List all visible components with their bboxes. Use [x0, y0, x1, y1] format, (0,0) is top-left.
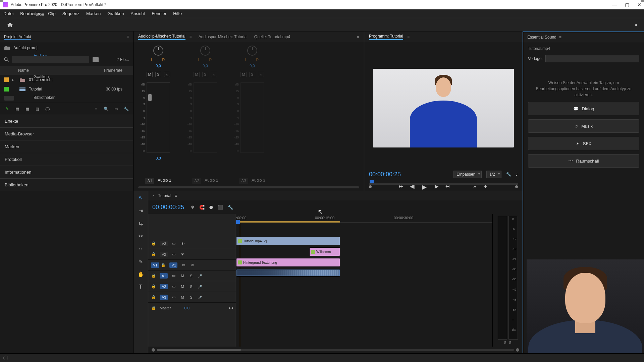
track-target[interactable]: A3: [160, 295, 168, 300]
pen-tool-icon[interactable]: ✎: [137, 257, 145, 265]
solo-button[interactable]: S: [189, 285, 194, 289]
clip-v2[interactable]: Willkomm: [309, 247, 340, 256]
pan-knob[interactable]: [247, 46, 257, 56]
panel-bibliotheken[interactable]: Bibliotheken: [0, 178, 133, 191]
toggle-output-icon[interactable]: [180, 252, 185, 256]
close-button[interactable]: ✕: [637, 2, 641, 7]
sync-lock-icon[interactable]: ▭: [171, 252, 176, 256]
sync-lock-icon[interactable]: ▭: [171, 241, 176, 246]
track-header-V2[interactable]: 🔒 V2 ▭: [148, 249, 236, 259]
track-header-A3[interactable]: 🔒 A3 ▭ M S: [148, 292, 236, 302]
solo-button[interactable]: S: [189, 274, 194, 278]
program-monitor[interactable]: [364, 42, 523, 168]
mute-button[interactable]: M: [194, 72, 200, 77]
channel-name[interactable]: Audio 1: [158, 178, 171, 184]
tabs-overflow[interactable]: »: [357, 35, 359, 39]
workspace-overflow[interactable]: »: [635, 22, 637, 27]
es-tag-dialog[interactable]: 💬Dialog: [528, 102, 639, 115]
sequence-name[interactable]: Tutorial: [158, 193, 171, 198]
panel-informationen[interactable]: Informationen: [0, 166, 133, 178]
es-preset-dropdown[interactable]: [545, 55, 639, 62]
mute-button[interactable]: M: [240, 72, 247, 77]
pan-knob[interactable]: [153, 46, 163, 56]
lock-icon[interactable]: 🔒: [151, 306, 156, 310]
record-button[interactable]: ○: [258, 72, 264, 77]
essential-sound-title[interactable]: Essential Sound: [527, 35, 556, 40]
es-tag-raumschall[interactable]: 〰Raumschall: [528, 154, 639, 168]
icon-view-icon[interactable]: ▦: [24, 106, 30, 112]
timeline-timecode[interactable]: 00:00:00:25: [152, 204, 184, 211]
mute-button[interactable]: M: [180, 295, 185, 299]
mute-button[interactable]: M: [180, 274, 185, 278]
program-timecode[interactable]: 00:00:00:25: [369, 171, 401, 178]
pan-value[interactable]: 0,0: [156, 64, 161, 68]
time-ruler[interactable]: :00:0000:00:15:0000:00:30:00: [236, 214, 492, 223]
solo-button[interactable]: S: [155, 72, 161, 77]
track-target[interactable]: A2: [160, 284, 168, 289]
snap-icon[interactable]: ❄: [191, 205, 195, 210]
voiceover-icon[interactable]: [197, 274, 203, 278]
voiceover-icon[interactable]: [197, 295, 203, 299]
panel-effekte[interactable]: Effekte: [0, 115, 133, 127]
settings-icon[interactable]: 🔧: [123, 106, 129, 112]
panel-menu-icon[interactable]: ≡: [175, 193, 177, 198]
close-sequence-icon[interactable]: ×: [152, 193, 155, 198]
auto-scale-icon[interactable]: ◯: [44, 106, 50, 112]
panel-menu-icon[interactable]: ≡: [559, 35, 561, 40]
lock-icon[interactable]: 🔒: [161, 263, 166, 267]
col-framerate[interactable]: Framerate: [104, 68, 122, 73]
record-button[interactable]: ○: [164, 72, 170, 77]
tab-program[interactable]: Programm: Tutorial≡: [369, 34, 410, 40]
toggle-output-icon[interactable]: [190, 263, 195, 267]
solo-l[interactable]: S: [504, 341, 506, 345]
slip-tool-icon[interactable]: ↔: [137, 245, 145, 253]
clip-v1[interactable]: Hintergrund Textur.png: [236, 258, 340, 267]
track-header-A1[interactable]: 🔒 A1 ▭ M S: [148, 270, 236, 281]
razor-tool-icon[interactable]: ✂: [137, 232, 145, 240]
lock-icon[interactable]: 🔒: [151, 274, 156, 278]
status-icon[interactable]: [3, 356, 8, 360]
solo-button[interactable]: S: [189, 295, 194, 299]
menu-datei[interactable]: Datei: [3, 11, 13, 16]
pan-value[interactable]: 0,0: [250, 64, 255, 68]
view-mode-icon[interactable]: [93, 57, 99, 62]
panel-media-browser[interactable]: Media-Browser: [0, 127, 133, 140]
workspace-farbe[interactable]: Farbe: [34, 12, 628, 17]
panel-menu-icon[interactable]: ≡: [127, 35, 129, 39]
list-view-icon[interactable]: ▤: [14, 106, 20, 112]
track-header-master[interactable]: 🔒 Master 0,0 ▸◂: [148, 302, 236, 313]
out-icon[interactable]: ⤴: [516, 172, 518, 177]
timeline-zoom-scroll[interactable]: [148, 347, 523, 353]
volume-fader[interactable]: [148, 94, 152, 101]
project-item-sequence[interactable]: Tutorial 30,00 fps: [0, 84, 133, 94]
es-tag-musik[interactable]: ♫Musik: [528, 119, 639, 133]
mixer-zoom-scroll[interactable]: [133, 186, 364, 191]
lock-icon[interactable]: 🔒: [151, 284, 156, 289]
channel-tag[interactable]: A1: [145, 178, 154, 184]
settings-icon[interactable]: 🔧: [506, 172, 511, 177]
tab-audioclipmixer[interactable]: Audioclip-Mischer: Tutorial≡: [138, 34, 192, 40]
freeform-view-icon[interactable]: ▥: [34, 106, 40, 112]
program-fit-dropdown[interactable]: Einpassen: [453, 171, 482, 178]
clip-v3[interactable]: Tutorial.mp4 [V]: [236, 237, 340, 245]
project-item-bin[interactable]: ▸ 01_Übersicht: [0, 75, 133, 84]
expand-icon[interactable]: ▸◂: [229, 306, 233, 310]
find-icon[interactable]: 🔍: [103, 106, 109, 112]
track-target[interactable]: A1: [160, 273, 168, 279]
track-target[interactable]: V1: [169, 262, 177, 268]
clip-a1[interactable]: [236, 269, 340, 277]
source-patch[interactable]: V1: [151, 262, 159, 268]
record-button[interactable]: ○: [211, 72, 217, 77]
channel-tag[interactable]: A3: [239, 178, 248, 184]
sync-lock-icon[interactable]: ▭: [171, 274, 176, 278]
sync-lock-icon[interactable]: ▭: [171, 295, 176, 299]
insert-icon[interactable]: ⬛: [218, 205, 223, 210]
new-item-icon[interactable]: ✎: [4, 106, 10, 112]
ripple-tool-icon[interactable]: ⇆: [137, 219, 145, 227]
marker-icon[interactable]: ⬣: [209, 205, 213, 210]
channel-volume-value[interactable]: 0,0: [156, 156, 161, 160]
playhead-indicator[interactable]: [236, 220, 240, 224]
channel-name[interactable]: Audio 3: [252, 178, 265, 184]
channel-name[interactable]: Audio 2: [205, 178, 218, 184]
col-name[interactable]: Name: [18, 68, 29, 73]
